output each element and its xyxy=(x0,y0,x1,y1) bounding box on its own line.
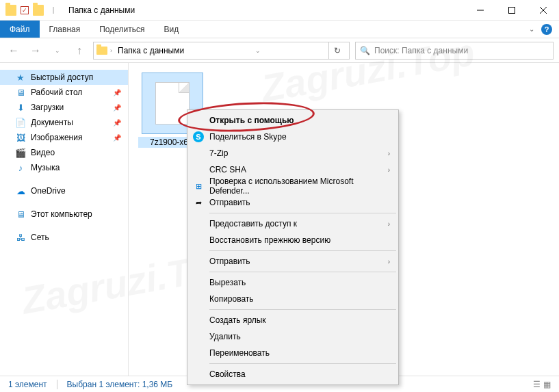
checkbox-icon[interactable]: ✓ xyxy=(21,6,29,14)
divider xyxy=(57,380,57,389)
chevron-right-icon: › xyxy=(388,220,390,228)
navigation-pane: ★Быстрый доступ 🖥Рабочий стол📌 ⬇Загрузки… xyxy=(0,63,129,376)
search-placeholder: Поиск: Папка с данными xyxy=(374,46,468,55)
menu-copy[interactable]: Копировать xyxy=(189,291,397,307)
breadcrumb-sep: › xyxy=(110,47,112,54)
help-icon[interactable]: ? xyxy=(541,24,552,35)
video-icon: 🎬 xyxy=(15,147,26,158)
cloud-icon: ☁ xyxy=(15,185,26,196)
sidebar-item-onedrive[interactable]: ☁OneDrive xyxy=(0,183,128,198)
tab-view[interactable]: Вид xyxy=(154,21,188,38)
sidebar-item-quick-access[interactable]: ★Быстрый доступ xyxy=(0,70,128,85)
sidebar-item-this-pc[interactable]: 🖥Этот компьютер xyxy=(0,207,128,222)
quick-access-toolbar: ✓ | xyxy=(0,5,64,16)
document-icon: 📄 xyxy=(15,117,26,128)
chevron-right-icon: › xyxy=(388,166,390,174)
pin-icon: 📌 xyxy=(113,89,121,96)
tab-home[interactable]: Главная xyxy=(40,21,90,38)
sidebar-item-downloads[interactable]: ⬇Загрузки📌 xyxy=(0,100,128,115)
shield-icon: ⊞ xyxy=(193,181,204,192)
back-button[interactable]: ← xyxy=(5,42,22,59)
ribbon-expand-icon[interactable]: ⌄ xyxy=(529,25,534,33)
menu-defender[interactable]: ⊞Проверка с использованием Microsoft Def… xyxy=(189,178,397,194)
menu-delete[interactable]: Удалить xyxy=(189,328,397,345)
refresh-button[interactable]: ↻ xyxy=(328,42,346,60)
tab-share[interactable]: Поделиться xyxy=(90,21,154,38)
search-icon: 🔍 xyxy=(360,46,370,55)
menu-cut[interactable]: Вырезать xyxy=(189,274,397,291)
view-icons-button[interactable]: ▦ xyxy=(543,380,551,389)
context-menu: Открыть с помощью SПоделиться в Skype 7-… xyxy=(187,109,399,385)
menu-separator xyxy=(209,213,396,213)
address-bar[interactable]: › Папка с данными ⌄ ↻ xyxy=(93,42,350,60)
menu-give-access[interactable]: Предоставить доступ к› xyxy=(189,215,397,232)
skype-icon: S xyxy=(193,131,204,142)
chevron-right-icon: › xyxy=(388,258,390,265)
qat-divider: | xyxy=(48,5,59,16)
folder-icon xyxy=(96,47,107,55)
desktop-icon: 🖥 xyxy=(15,87,26,98)
picture-icon: 🖼 xyxy=(15,132,26,143)
star-icon: ★ xyxy=(15,72,26,83)
share-icon: ➦ xyxy=(193,197,204,208)
menu-shortcut[interactable]: Создать ярлык xyxy=(189,312,397,328)
navigation-bar: ← → ⌄ ↑ › Папка с данными ⌄ ↻ 🔍 Поиск: П… xyxy=(0,38,559,63)
network-icon: 🖧 xyxy=(15,232,26,243)
menu-properties[interactable]: Свойства xyxy=(189,366,397,382)
download-icon: ⬇ xyxy=(15,102,26,113)
maximize-button[interactable] xyxy=(496,0,528,21)
view-details-button[interactable]: ☰ xyxy=(533,380,541,389)
search-input[interactable]: 🔍 Поиск: Папка с данными xyxy=(355,42,554,60)
status-selected: Выбран 1 элемент: 1,36 МБ xyxy=(67,380,173,389)
sidebar-item-videos[interactable]: 🎬Видео xyxy=(0,145,128,160)
svg-rect-1 xyxy=(509,7,515,13)
music-icon: ♪ xyxy=(15,162,26,173)
folder-icon xyxy=(5,5,16,16)
menu-separator xyxy=(209,250,396,251)
menu-separator xyxy=(209,272,396,272)
menu-send-to[interactable]: Отправить› xyxy=(189,253,397,270)
up-button[interactable]: ↑ xyxy=(71,42,88,59)
menu-send1[interactable]: ➦Отправить xyxy=(189,194,397,211)
folder-icon xyxy=(33,5,44,16)
status-count: 1 элемент xyxy=(8,380,47,389)
recent-dropdown[interactable]: ⌄ xyxy=(49,42,66,59)
window-title: Папка с данными xyxy=(68,5,135,15)
menu-separator xyxy=(209,309,396,310)
ribbon: Файл Главная Поделиться Вид ⌄ ? xyxy=(0,21,559,38)
chevron-right-icon: › xyxy=(388,150,390,157)
pc-icon: 🖥 xyxy=(15,209,26,220)
menu-separator xyxy=(209,363,396,364)
menu-restore[interactable]: Восстановить прежнюю версию xyxy=(189,232,397,248)
sidebar-item-desktop[interactable]: 🖥Рабочий стол📌 xyxy=(0,85,128,100)
minimize-button[interactable] xyxy=(465,0,496,21)
sidebar-item-documents[interactable]: 📄Документы📌 xyxy=(0,115,128,130)
close-button[interactable] xyxy=(528,0,559,21)
breadcrumb[interactable]: Папка с данными xyxy=(115,46,187,55)
pin-icon: 📌 xyxy=(113,104,121,112)
menu-7zip[interactable]: 7-Zip› xyxy=(189,145,397,161)
pin-icon: 📌 xyxy=(113,119,121,127)
menu-open-with[interactable]: Открыть с помощью xyxy=(189,112,397,129)
sidebar-item-pictures[interactable]: 🖼Изображения📌 xyxy=(0,130,128,145)
menu-rename[interactable]: Переименовать xyxy=(189,345,397,361)
menu-crc[interactable]: CRC SHA› xyxy=(189,161,397,178)
forward-button[interactable]: → xyxy=(27,42,44,59)
sidebar-item-music[interactable]: ♪Музыка xyxy=(0,160,128,175)
pin-icon: 📌 xyxy=(113,134,121,142)
menu-skype[interactable]: SПоделиться в Skype xyxy=(189,129,397,145)
sidebar-item-network[interactable]: 🖧Сеть xyxy=(0,230,128,245)
window-controls xyxy=(465,0,559,21)
tab-file[interactable]: Файл xyxy=(0,21,40,38)
address-dropdown-icon[interactable]: ⌄ xyxy=(255,47,261,54)
title-bar: ✓ | Папка с данными xyxy=(0,0,559,21)
